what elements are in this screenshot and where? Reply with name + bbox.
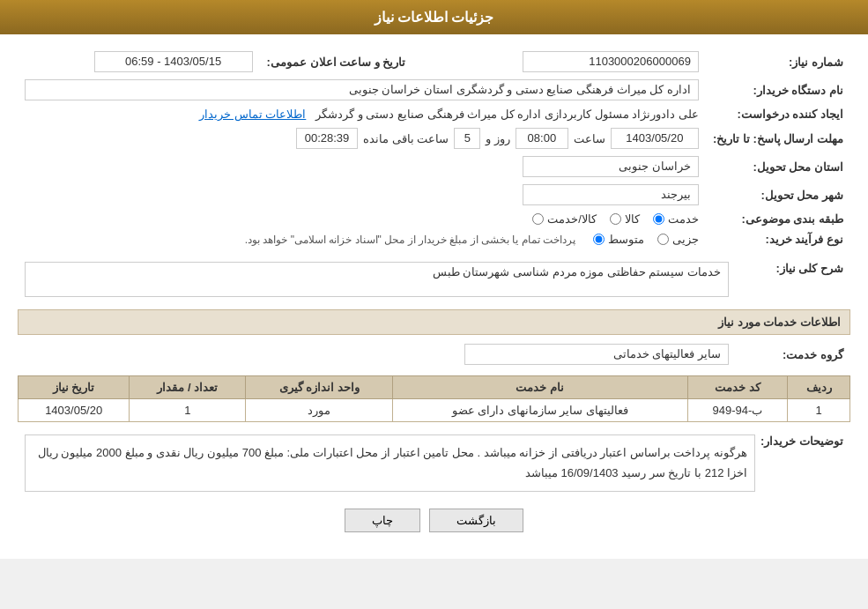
category-radio-service[interactable] <box>653 213 664 225</box>
creator-contact-link[interactable]: اطلاعات تماس خریدار <box>199 108 306 121</box>
service-group-label: گروه خدمت: <box>736 340 850 368</box>
deadline-day-label: روز و <box>486 132 510 145</box>
cell-date: 1403/05/20 <box>19 399 130 422</box>
page-title: جزئیات اطلاعات نیاز <box>375 10 494 25</box>
cell-name: فعالیتهای سایر سازمانهای دارای عضو <box>392 399 687 422</box>
service-group-value: سایر فعالیتهای خدماتی <box>464 344 729 365</box>
cell-unit: مورد <box>246 399 393 422</box>
category-option-goods: کالا <box>625 212 640 226</box>
deadline-date: 1403/05/20 <box>611 128 699 149</box>
col-header-code: کد خدمت <box>687 376 788 399</box>
buyer-notes-label: توضیحات خریدار: <box>762 431 850 451</box>
action-buttons: بازگشت چاپ <box>18 509 850 532</box>
purchase-type-label: نوع فرآیند خرید: <box>706 229 850 249</box>
table-row: 1ب-94-949فعالیتهای سایر سازمانهای دارای … <box>19 399 850 422</box>
purchase-radio-medium[interactable] <box>593 234 605 245</box>
col-header-row: ردیف <box>788 376 850 399</box>
city-label: شهر محل تحویل: <box>706 181 850 209</box>
services-section-header: اطلاعات خدمات مورد نیاز <box>18 309 850 335</box>
city-value: بیرجند <box>523 184 699 205</box>
deadline-time-label: ساعت <box>574 132 605 145</box>
category-radio-both[interactable] <box>532 213 544 225</box>
back-button[interactable]: بازگشت <box>429 509 523 532</box>
deadline-time: 08:00 <box>516 128 568 149</box>
col-header-name: نام خدمت <box>392 376 687 399</box>
need-number-value: 1103000206000069 <box>523 51 699 72</box>
province-value: خراسان جنوبی <box>523 156 699 177</box>
deadline-remaining-label: ساعت باقی مانده <box>363 132 449 145</box>
page-header: جزئیات اطلاعات نیاز <box>0 0 868 34</box>
description-value: خدمات سیستم حفاظتی موزه مردم شناسی شهرست… <box>25 262 729 297</box>
buyer-org-label: نام دستگاه خریدار: <box>706 76 850 104</box>
cell-row: 1 <box>788 399 850 422</box>
cell-quantity: 1 <box>130 399 246 422</box>
col-header-unit: واحد اندازه گیری <box>246 376 393 399</box>
purchase-type-radio-group: جزیی متوسط <box>593 233 699 246</box>
category-radio-group: خدمت کالا کالا/خدمت <box>25 212 699 226</box>
print-button[interactable]: چاپ <box>345 509 420 532</box>
category-option-both: کالا/خدمت <box>547 212 597 226</box>
creator-value: علی دادورنژاد مسئول کاربردازی اداره کل م… <box>315 108 699 121</box>
col-header-quantity: تعداد / مقدار <box>130 376 246 399</box>
buyer-notes-value: هرگونه پرداخت براساس اعتبار دریافتی از خ… <box>25 434 755 492</box>
announcement-date-value: 1403/05/15 - 06:59 <box>94 51 253 72</box>
purchase-option-medium: متوسط <box>608 233 644 246</box>
province-label: استان محل تحویل: <box>706 152 850 181</box>
deadline-days: 5 <box>454 128 480 149</box>
deadline-remaining: 00:28:39 <box>296 128 358 149</box>
need-number-label: شماره نیاز: <box>706 48 850 76</box>
creator-label: ایجاد کننده درخواست: <box>706 104 850 124</box>
category-option-service: خدمت <box>668 212 699 226</box>
deadline-label: مهلت ارسال پاسخ: تا تاریخ: <box>706 124 850 152</box>
col-header-date: تاریخ نیاز <box>19 376 130 399</box>
category-label: طبقه بندی موضوعی: <box>706 209 850 229</box>
purchase-option-partial: جزیی <box>672 233 699 246</box>
buyer-org-value: اداره کل میراث فرهنگی صنایع دستی و گردشگ… <box>25 79 699 100</box>
category-radio-goods[interactable] <box>610 213 621 225</box>
services-table: ردیف کد خدمت نام خدمت واحد اندازه گیری ت… <box>18 375 850 422</box>
announcement-date-label: تاریخ و ساعت اعلان عمومی: <box>260 48 413 76</box>
purchase-radio-partial[interactable] <box>657 234 669 245</box>
description-label: شرح کلی نیاز: <box>736 258 850 279</box>
cell-code: ب-94-949 <box>687 399 788 422</box>
purchase-note: پرداخت تمام یا بخشی از مبلغ خریدار از مح… <box>245 234 575 246</box>
